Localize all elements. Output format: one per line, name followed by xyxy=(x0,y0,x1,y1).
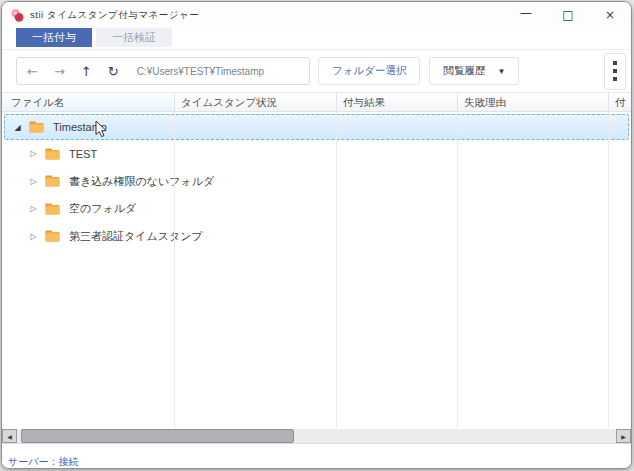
tree-row[interactable]: ▷ 第三者認証タイムスタンプ xyxy=(2,223,631,251)
scroll-right-button[interactable]: ▶ xyxy=(616,429,631,443)
column-header-4[interactable]: 付 xyxy=(609,93,631,111)
maximize-button[interactable]: □ xyxy=(547,2,589,28)
history-button[interactable]: 閲覧履歴 ▼ xyxy=(429,57,519,85)
chevron-down-icon: ▼ xyxy=(497,67,505,76)
forward-icon[interactable]: → xyxy=(54,65,65,78)
title-bar: stii タイムスタンプ付与マネージャー — □ × xyxy=(2,2,631,28)
tree-row[interactable]: ▷ 書き込み権限のないフォルダ xyxy=(2,168,631,196)
folder-name: 書き込み権限のないフォルダ xyxy=(69,174,214,189)
column-header-2[interactable]: 付与結果 xyxy=(337,93,458,111)
toolbar: ← → ↑ ↻ C:¥Users¥TEST¥Timestamp フォルダー選択 … xyxy=(2,50,631,92)
address-path[interactable]: C:¥Users¥TEST¥Timestamp xyxy=(137,66,264,77)
column-header-3[interactable]: 失敗理由 xyxy=(458,93,609,111)
more-options-button[interactable] xyxy=(604,53,626,90)
kebab-dot xyxy=(613,69,617,73)
folder-select-button[interactable]: フォルダー選択 xyxy=(318,57,420,85)
column-divider xyxy=(174,112,175,429)
column-divider xyxy=(608,112,609,429)
window-title: stii タイムスタンプ付与マネージャー xyxy=(30,9,199,22)
expander-icon[interactable]: ▷ xyxy=(29,149,38,158)
expander-icon[interactable]: ▷ xyxy=(29,177,38,186)
tab-batch-verify[interactable]: 一括検証 xyxy=(96,28,172,47)
refresh-icon[interactable]: ↻ xyxy=(108,65,119,78)
column-divider xyxy=(457,112,458,429)
scrollbar-thumb[interactable] xyxy=(21,429,294,443)
tree-row[interactable]: ▷ 空のフォルダ xyxy=(2,195,631,223)
horizontal-scrollbar[interactable]: ◀ ▶ xyxy=(2,429,631,444)
folder-icon xyxy=(45,230,60,242)
up-icon[interactable]: ↑ xyxy=(81,65,92,78)
tree-row[interactable]: ▷ TEST xyxy=(2,140,631,168)
folder-icon xyxy=(29,121,44,133)
tab-batch-grant[interactable]: 一括付与 xyxy=(16,28,92,47)
kebab-dot xyxy=(613,77,617,81)
kebab-dot xyxy=(613,61,617,65)
folder-icon xyxy=(45,148,60,160)
minimize-button[interactable]: — xyxy=(505,2,547,28)
status-bar: サーバー：接続 xyxy=(2,444,631,469)
column-header-1[interactable]: タイムスタンプ状況 xyxy=(175,93,337,111)
expander-icon[interactable]: ◢ xyxy=(13,123,22,132)
expander-icon[interactable]: ▷ xyxy=(29,204,38,213)
scroll-left-button[interactable]: ◀ xyxy=(2,429,17,443)
column-header-0[interactable]: ファイル名 xyxy=(5,93,175,111)
tab-strip: 一括付与一括検証 xyxy=(2,28,631,50)
column-divider xyxy=(336,112,337,429)
back-icon[interactable]: ← xyxy=(27,65,38,78)
address-bar: ← → ↑ ↻ C:¥Users¥TEST¥Timestamp xyxy=(16,57,310,85)
folder-icon xyxy=(45,203,60,215)
app-window: stii タイムスタンプ付与マネージャー — □ × 一括付与一括検証 ← → … xyxy=(1,1,632,469)
table-header: ファイル名タイムスタンプ状況付与結果失敗理由付 xyxy=(2,92,631,112)
mouse-cursor xyxy=(95,120,108,138)
scrollbar-track[interactable] xyxy=(294,429,616,443)
folder-icon xyxy=(45,175,60,187)
close-button[interactable]: × xyxy=(589,2,631,28)
folder-name: 第三者認証タイムスタンプ xyxy=(69,229,203,244)
file-tree: ◢ Timestamp ▷ TEST ▷ 書き込み権限のないフォルダ xyxy=(2,112,631,429)
folder-name: TEST xyxy=(69,148,97,160)
expander-icon[interactable]: ▷ xyxy=(29,232,38,241)
folder-name: 空のフォルダ xyxy=(69,201,136,216)
server-status-link[interactable]: サーバー：接続 xyxy=(8,456,78,467)
app-logo-icon xyxy=(11,9,24,22)
